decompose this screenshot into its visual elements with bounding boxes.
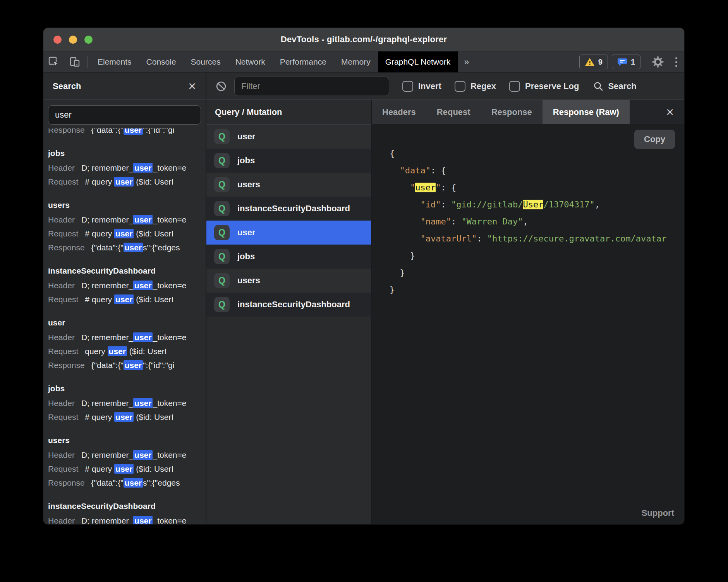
search-result-row[interactable]: HeaderD; remember_user_token=e [48,330,206,344]
warnings-badge[interactable]: 9 [579,55,608,69]
json-punct [390,200,420,209]
json-punct [390,166,400,175]
result-row-label: Request [48,464,78,473]
response-raw-json: { "data": { "user": { "id": "gid://gitla… [390,145,684,298]
result-row-text: _token=e [153,215,186,224]
search-result-section: instanceSecurityDashboardHeaderD; rememb… [48,263,206,306]
result-row-text: s":{"edges [143,478,180,487]
search-result-row[interactable]: Requestquery user ($id: UserI [48,344,206,358]
checkbox-box[interactable] [402,81,413,92]
clear-filter-icon[interactable] [215,80,227,92]
search-result-row[interactable]: Request# query user ($id: UserI [48,293,206,306]
result-row-text: _token=e [153,399,186,407]
result-row-text: D; remember_ [81,399,133,407]
result-row-label: Header [48,399,75,407]
tab-console[interactable]: Console [139,51,184,72]
checkbox-label: Preserve Log [525,81,579,91]
search-match-highlight: user [133,398,153,408]
window-title: DevTools - gitlab.com/-/graphql-explorer [43,34,684,45]
result-row-label: Request [48,229,78,238]
result-row-label: Request [48,177,78,186]
query-type-icon: Q [214,177,230,192]
tab-network[interactable]: Network [228,51,273,72]
result-row-text: D; remember_ [81,516,133,524]
checkbox-box[interactable] [455,81,465,92]
tab-elements[interactable]: Elements [90,51,139,72]
search-match-highlight: user [114,412,134,422]
devtools-tabs: ElementsConsoleSourcesNetworkPerformance… [90,51,458,72]
result-row-text: D; remember_ [81,281,133,290]
search-result-heading: users [48,197,206,213]
checkbox-label: Invert [418,81,441,91]
query-list-item-users[interactable]: Qusers [206,173,371,197]
search-result-section: usersHeaderD; remember_user_token=eReque… [48,197,206,255]
search-result-row[interactable]: HeaderD; remember_user_token=e [48,161,206,175]
search-result-row[interactable]: HeaderD; remember_user_token=e [48,448,206,462]
search-result-section: Response{"data":{"user":{"id":"gi [48,128,206,137]
search-result-row[interactable]: Response{"data":{"users":{"edges [48,241,206,255]
search-result-row[interactable]: Request# query user ($id: UserI [48,462,206,476]
result-row-text: {"data":{" [91,243,124,252]
checkbox-preserve-log[interactable]: Preserve Log [509,81,579,92]
search-result-row[interactable]: Request# query user ($id: UserI [48,227,206,241]
search-result-row[interactable]: HeaderD; remember_user_token=e [48,396,206,410]
close-detail-icon[interactable]: ✕ [666,107,674,117]
checkbox-regex[interactable]: Regex [455,81,496,92]
issues-badge[interactable]: 1 [612,55,640,69]
tab-performance[interactable]: Performance [273,51,334,72]
kebab-menu-icon[interactable] [668,51,684,72]
more-tabs-icon[interactable]: » [458,51,475,72]
network-search-button[interactable]: Search [593,81,636,92]
inspect-element-icon[interactable] [43,51,64,72]
detail-tab-headers[interactable]: Headers [372,100,426,124]
search-result-row[interactable]: Response{"data":{"user":{"id":"gi [48,128,206,137]
search-result-row[interactable]: Response{"data":{"user":{"id":"gi [48,358,206,372]
detail-tab-response-raw[interactable]: Response (Raw) [543,100,630,124]
search-icon [593,81,604,92]
query-list-item-users[interactable]: Qusers [206,269,371,293]
query-list-item-jobs[interactable]: Qjobs [206,149,371,173]
json-match-highlight: user [415,183,436,192]
search-result-row[interactable]: Response{"data":{"users":{"edges [48,476,206,490]
close-search-panel-icon[interactable]: ✕ [188,81,196,91]
tab-sources[interactable]: Sources [184,51,228,72]
json-punct [390,183,410,192]
checkbox-invert[interactable]: Invert [402,81,441,92]
search-input[interactable] [48,105,201,125]
query-list-item-jobs[interactable]: Qjobs [206,245,371,269]
result-row-label: Header [48,450,75,459]
result-row-text: s":{"edges [143,243,180,252]
search-result-row[interactable]: Request# query user ($id: UserI [48,175,206,189]
query-type-icon: Q [214,225,230,240]
device-toolbar-icon[interactable] [64,51,85,72]
search-result-row[interactable]: Request# query user ($id: UserI [48,410,206,424]
copy-button[interactable]: Copy [634,130,675,149]
zoom-window-button[interactable] [84,36,93,44]
json-key: "name" [420,217,451,226]
search-result-row[interactable]: HeaderD; remember_user_token=e [48,279,206,293]
detail-tab-request[interactable]: Request [426,100,481,124]
close-window-button[interactable] [53,36,62,44]
filter-input[interactable] [234,77,389,96]
search-result-section: jobsHeaderD; remember_user_token=eReques… [48,146,206,189]
search-result-row[interactable]: HeaderD; remember_user_token=e [48,514,206,524]
query-list-item-user[interactable]: Quser [206,221,371,245]
search-match-highlight: user [108,346,127,356]
detail-tab-response[interactable]: Response [481,100,543,124]
search-result-row[interactable]: HeaderD; remember_user_token=e [48,213,206,227]
result-row-text: ($id: UserI [127,347,167,356]
settings-gear-icon[interactable] [647,51,668,72]
query-list-item-user[interactable]: Quser [206,125,371,149]
tab-graphql-network[interactable]: GraphQL Network [378,51,458,72]
filter-bar: InvertRegexPreserve Log Search [206,73,684,100]
checkbox-box[interactable] [509,81,520,92]
minimize-window-button[interactable] [69,36,77,44]
result-row-text: _token=e [153,163,186,172]
json-punct: : [441,200,451,209]
query-list-item-instancesecuritydashboard[interactable]: QinstanceSecurityDashboard [206,293,371,317]
tab-memory[interactable]: Memory [334,51,378,72]
support-link[interactable]: Support [642,508,674,518]
query-list-item-instancesecuritydashboard[interactable]: QinstanceSecurityDashboard [206,197,371,221]
query-name: users [237,180,260,190]
json-punct: : { [431,166,446,175]
